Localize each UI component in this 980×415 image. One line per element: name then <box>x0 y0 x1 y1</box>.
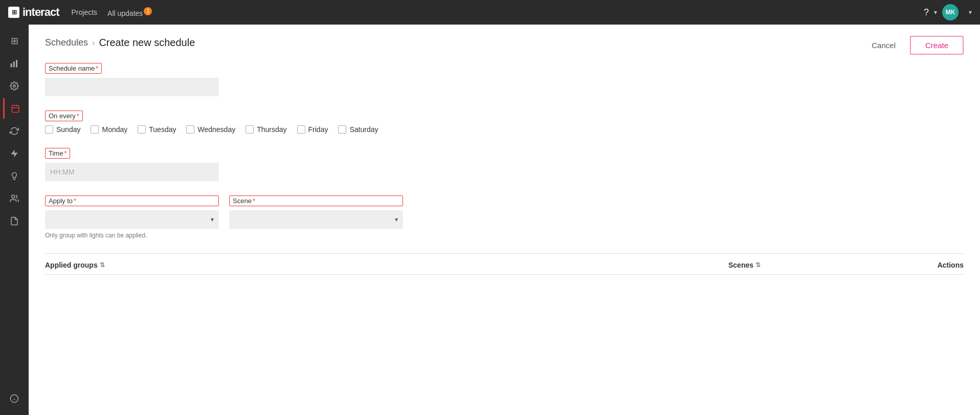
day-thursday[interactable]: Thursday <box>246 125 286 134</box>
apply-to-help-text: Only group with lights can be applied. <box>45 232 219 239</box>
day-tuesday[interactable]: Tuesday <box>138 125 176 134</box>
breadcrumb: Schedules › Create new schedule <box>45 37 964 49</box>
col-applied-groups[interactable]: Applied groups ⇅ <box>45 261 728 269</box>
sidebar-item-users[interactable] <box>4 188 25 209</box>
day-sunday[interactable]: Sunday <box>45 125 80 134</box>
navbar-right: ? ▾ MK ▾ <box>924 4 972 20</box>
day-friday[interactable]: Friday <box>297 125 328 134</box>
sidebar-item-schedule[interactable] <box>3 98 26 119</box>
day-sunday-checkbox[interactable] <box>45 125 53 134</box>
user-chevron-icon[interactable]: ▾ <box>969 9 972 16</box>
nav-projects[interactable]: Projects <box>71 8 97 16</box>
apply-scene-section: Apply to* ▾ Only group with lights can b… <box>45 195 964 239</box>
scene-wrapper: ▾ <box>229 210 403 229</box>
schedule-name-section: Schedule name* <box>45 63 964 96</box>
day-thursday-checkbox[interactable] <box>246 125 254 134</box>
day-friday-checkbox[interactable] <box>297 125 305 134</box>
header-actions: Cancel Create <box>863 36 964 55</box>
logo-text: interact <box>23 6 59 19</box>
sidebar: ⊞ <box>0 25 29 415</box>
sidebar-item-info[interactable] <box>4 388 25 409</box>
svg-point-3 <box>13 85 16 88</box>
scene-select[interactable] <box>229 210 403 229</box>
time-section: Time* <box>45 148 964 181</box>
apply-to-wrapper: ▾ <box>45 210 219 229</box>
scene-label: Scene* <box>229 195 403 206</box>
applied-groups-table: Applied groups ⇅ Scenes ⇅ Actions <box>45 253 964 275</box>
groups-sort-icon[interactable]: ⇅ <box>100 261 105 269</box>
on-every-section: On every* Sunday Monday Tuesday Wednesda… <box>45 111 964 134</box>
avatar[interactable]: MK <box>942 4 959 20</box>
col-scenes[interactable]: Scenes ⇅ <box>728 261 882 269</box>
cancel-button[interactable]: Cancel <box>863 37 904 54</box>
sidebar-item-grid[interactable]: ⊞ <box>4 31 25 51</box>
navbar: ⊞ interact Projects All updates1 ? ▾ MK … <box>0 0 980 25</box>
breadcrumb-current: Create new schedule <box>99 37 195 49</box>
scene-col: Scene* ▾ <box>229 195 403 229</box>
col-actions: Actions <box>882 261 964 269</box>
day-saturday-checkbox[interactable] <box>338 125 346 134</box>
svg-rect-4 <box>12 105 19 113</box>
days-row: Sunday Monday Tuesday Wednesday Thursday… <box>45 125 964 134</box>
day-wednesday[interactable]: Wednesday <box>186 125 235 134</box>
apply-to-label: Apply to* <box>45 195 219 206</box>
breadcrumb-parent[interactable]: Schedules <box>45 37 88 48</box>
logo-icon: ⊞ <box>8 7 19 18</box>
sidebar-item-analytics[interactable] <box>4 53 25 74</box>
nav-all-updates[interactable]: All updates1 <box>107 7 152 17</box>
create-button[interactable]: Create <box>910 36 964 55</box>
breadcrumb-separator: › <box>92 38 95 48</box>
scenes-sort-icon[interactable]: ⇅ <box>755 261 761 269</box>
sidebar-item-settings[interactable] <box>4 76 25 96</box>
day-monday-checkbox[interactable] <box>91 125 99 134</box>
svg-marker-8 <box>11 150 18 158</box>
svg-rect-0 <box>11 63 12 68</box>
svg-rect-2 <box>16 60 17 67</box>
day-wednesday-checkbox[interactable] <box>186 125 194 134</box>
apply-to-col: Apply to* ▾ Only group with lights can b… <box>45 195 219 239</box>
schedule-name-input[interactable] <box>45 78 219 96</box>
time-input[interactable] <box>45 163 219 181</box>
day-tuesday-checkbox[interactable] <box>138 125 146 134</box>
sidebar-item-reports[interactable] <box>4 211 25 231</box>
main-content: Schedules › Create new schedule Cancel C… <box>29 25 980 415</box>
on-every-label: On every* <box>45 111 83 121</box>
table-header: Applied groups ⇅ Scenes ⇅ Actions <box>45 254 964 275</box>
svg-rect-1 <box>13 61 15 67</box>
navbar-links: Projects All updates1 <box>71 7 911 17</box>
app-logo[interactable]: ⊞ interact <box>8 6 59 19</box>
updates-badge: 1 <box>144 7 152 15</box>
svg-point-9 <box>12 195 15 198</box>
apply-row: Apply to* ▾ Only group with lights can b… <box>45 195 964 239</box>
help-chevron-icon[interactable]: ▾ <box>934 9 937 16</box>
sidebar-item-lightning[interactable] <box>4 143 25 164</box>
sidebar-item-refresh[interactable] <box>4 121 25 141</box>
apply-to-select[interactable] <box>45 210 219 229</box>
day-saturday[interactable]: Saturday <box>338 125 378 134</box>
schedule-name-label: Schedule name* <box>45 63 102 74</box>
day-monday[interactable]: Monday <box>91 125 127 134</box>
sidebar-item-lights[interactable] <box>4 166 25 186</box>
time-label: Time* <box>45 148 70 159</box>
help-icon[interactable]: ? <box>924 7 929 18</box>
